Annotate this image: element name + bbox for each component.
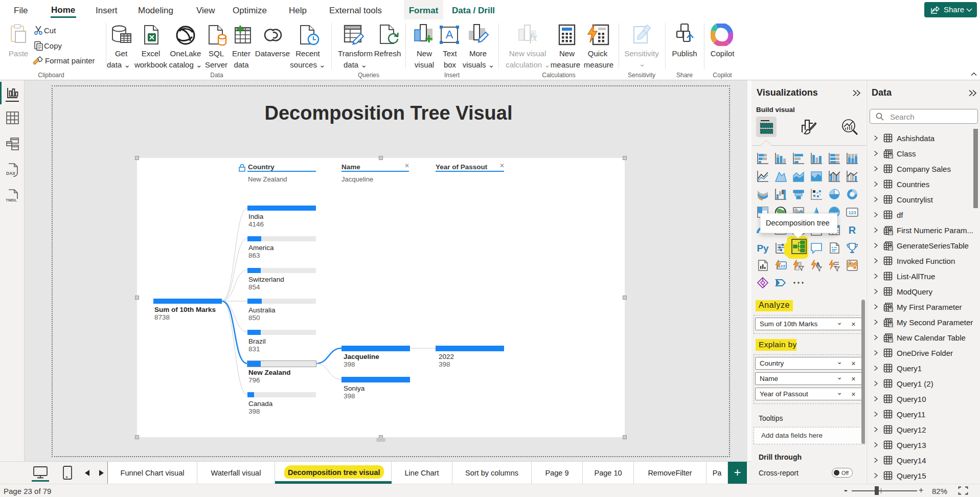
svg-text:DAX: DAX (6, 171, 15, 176)
svg-text:123: 123 (848, 210, 856, 215)
svg-text:TMDL: TMDL (6, 198, 17, 202)
svg-text:A: A (446, 28, 453, 41)
svg-text:R: R (849, 224, 856, 236)
svg-text:A: A (816, 261, 820, 267)
svg-text:Py: Py (757, 243, 769, 254)
svg-text:fx: fx (530, 32, 537, 43)
